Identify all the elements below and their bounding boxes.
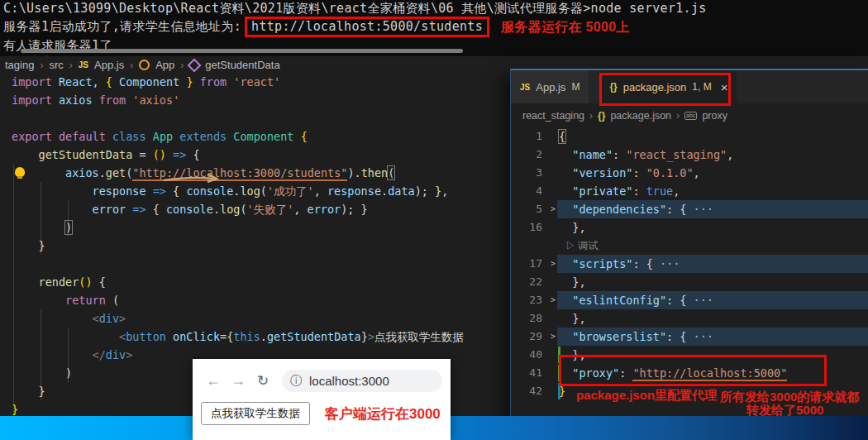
fold-chevron-icon[interactable]: >: [547, 255, 559, 273]
json-line-content: "private": true,: [559, 182, 680, 200]
terminal-window: C:\Users\13099\Desktop\React资料\2021版资料\r…: [0, 0, 868, 56]
json-line-content: },: [559, 309, 586, 328]
fold-chevron-icon[interactable]: >: [547, 328, 559, 346]
breadcrumb-file[interactable]: package.json: [610, 110, 671, 122]
code-token: ···: [686, 294, 713, 307]
breadcrumb-src[interactable]: src: [49, 59, 63, 71]
browser-page-content: 点我获取学生数据 客户端运行在3000: [193, 402, 451, 425]
code-token: }: [12, 403, 18, 416]
code-token: export: [12, 130, 52, 143]
code-token: class: [112, 130, 146, 143]
fold-gutter: [547, 364, 559, 382]
server-port-annotation: 服务器运行在 5000上: [501, 20, 630, 34]
code-token: {: [106, 75, 112, 88]
breadcrumb-symbol[interactable]: proxy: [702, 110, 727, 122]
get-student-data-button[interactable]: 点我获取学生数据: [201, 402, 310, 425]
terminal-scrollbar-thumb[interactable]: [21, 49, 463, 53]
code-line: import axios from 'axios': [0, 91, 510, 109]
code-token: [52, 130, 59, 143]
fold-gutter: [547, 146, 559, 164]
students-url-redbox: http://localhost:5000/students: [245, 17, 489, 37]
breadcrumb-folder[interactable]: taging: [5, 59, 34, 71]
code-token: =>: [173, 148, 186, 161]
line-number: 1: [511, 127, 547, 146]
fold-gutter: [547, 382, 559, 400]
code-token: [12, 275, 39, 289]
code-token: {: [93, 275, 106, 289]
code-token: [559, 148, 572, 161]
code-token: <: [93, 312, 99, 325]
breadcrumb-project[interactable]: react_staging: [522, 110, 584, 122]
breadcrumb-file[interactable]: App.js: [94, 59, 124, 71]
url-text: localhost:3000: [309, 374, 389, 388]
fold-chevron-icon[interactable]: >: [547, 291, 559, 309]
forward-arrow-icon[interactable]: →: [227, 372, 249, 390]
code-token: div: [106, 348, 126, 361]
tab-appjs[interactable]: JS App.js M: [511, 70, 589, 103]
code-token: {: [559, 130, 565, 143]
code-line: return (: [0, 291, 510, 309]
tab-label: App.js: [536, 81, 565, 93]
json-line: 5> "dependencies": { ···: [511, 200, 868, 218]
code-token: [293, 130, 300, 143]
code-token: ): [12, 366, 72, 380]
breadcrumb: react_staging › {} package.json › abc pr…: [522, 107, 727, 125]
json-file-icon: {}: [598, 110, 605, 122]
code-line: }: [0, 237, 510, 255]
code-token: (: [240, 203, 246, 216]
code-token: log: [220, 203, 240, 216]
code-token: data: [388, 184, 415, 198]
code-token: }: [361, 330, 368, 343]
address-bar[interactable]: ⓘ localhost:3000: [282, 370, 442, 392]
code-token: .: [355, 166, 361, 179]
code-token: getStudentData: [267, 330, 361, 343]
reload-icon[interactable]: ↻: [252, 372, 274, 390]
code-token: .: [213, 203, 220, 216]
line-number: 28: [511, 309, 547, 328]
line-number: 42: [511, 382, 547, 400]
code-token: error: [93, 203, 126, 216]
terminal-server-line: 服务器1启动成功了,请求学生信息地址为:http://localhost:500…: [0, 17, 868, 37]
client-port-annotation: 客户端运行在3000: [325, 404, 441, 423]
code-token: {: [301, 130, 308, 143]
code-token: [106, 130, 112, 143]
code-token: }: [12, 385, 45, 398]
code-token: ); }: [341, 203, 368, 216]
fold-chevron-icon[interactable]: >: [547, 200, 559, 218]
json-line-content: "eslintConfig": { ···: [559, 291, 713, 309]
code-token: response: [327, 184, 381, 198]
code-token: this: [233, 330, 260, 343]
code-token: :: [632, 166, 646, 179]
breadcrumb-class[interactable]: App: [155, 59, 174, 71]
code-line: <button onClick={this.getStudentData}>点我…: [0, 328, 510, 346]
code-token: from: [99, 93, 126, 107]
forward-annotation-line1: 所有发给3000的请求就都: [720, 390, 859, 405]
json-line-content: "scripts": { ···: [559, 255, 680, 273]
back-arrow-icon[interactable]: ←: [203, 372, 224, 390]
line-number: 4: [511, 182, 547, 200]
json-line-content: },: [559, 218, 586, 237]
json-line-content: "browserslist": { ···: [559, 328, 713, 346]
code-token: (: [260, 184, 267, 198]
lightbulb-icon[interactable]: [15, 167, 25, 177]
code-token: ···: [686, 330, 713, 343]
json-line: 23> "eslintConfig": { ···: [511, 291, 868, 309]
code-token: "react_staging": [626, 148, 727, 161]
code-token: ···: [653, 257, 680, 270]
string-symbol-icon: abc: [684, 112, 697, 120]
code-line: <div>: [0, 309, 510, 328]
code-token: "private": [572, 184, 632, 198]
code-token: .: [381, 184, 388, 198]
chevron-right-icon: ›: [69, 60, 73, 71]
json-line-content: "version": "0.1.0",: [559, 164, 700, 182]
js-file-icon: JS: [79, 60, 88, 69]
code-token: =>: [132, 203, 145, 216]
code-token: response: [93, 184, 146, 198]
codelens-debug[interactable]: ▷ 调试: [565, 237, 868, 255]
code-line: response => { console.log('成功了', respons…: [0, 182, 510, 200]
code-token: [166, 330, 173, 343]
info-icon[interactable]: ⓘ: [290, 374, 302, 389]
breadcrumb-method[interactable]: getStudentData: [205, 59, 279, 71]
modified-badge: M: [571, 81, 579, 93]
code-token: (): [79, 275, 92, 289]
